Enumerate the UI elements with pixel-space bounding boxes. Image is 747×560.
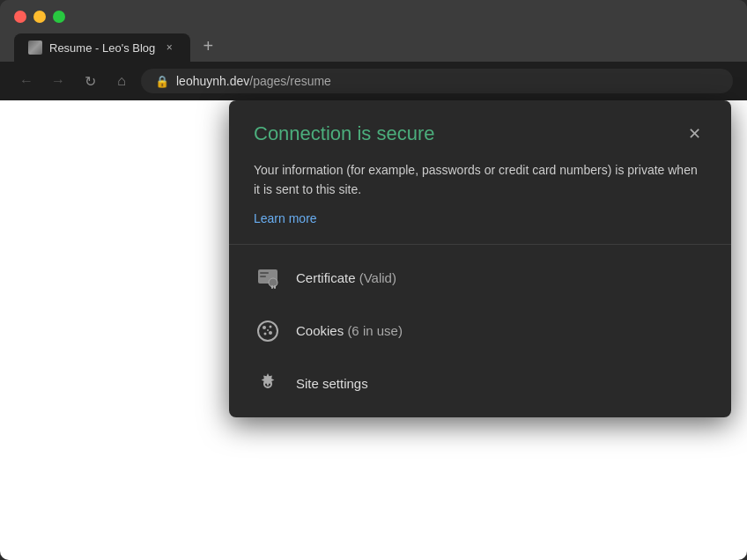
svg-rect-4 <box>271 285 273 289</box>
svg-rect-5 <box>274 285 276 289</box>
tab-close-button[interactable]: × <box>162 41 176 55</box>
url-text: leohuynh.dev/pages/resume <box>176 74 331 88</box>
back-icon: ← <box>19 73 33 89</box>
home-icon: ⌂ <box>117 73 126 89</box>
url-domain: leohuynh.dev <box>176 74 249 88</box>
site-settings-icon <box>254 370 282 398</box>
reload-button[interactable]: ↻ <box>78 69 102 93</box>
traffic-lights <box>14 11 733 23</box>
learn-more-link[interactable]: Learn more <box>254 211 317 225</box>
new-tab-button[interactable]: + <box>194 32 222 60</box>
reload-icon: ↻ <box>85 73 96 90</box>
title-bar: Resume - Leo's Blog × + <box>0 0 747 62</box>
address-bar[interactable]: 🔒 leohuynh.dev/pages/resume <box>141 69 733 93</box>
back-button[interactable]: ← <box>14 69 39 93</box>
svg-point-8 <box>270 325 272 328</box>
certificate-sub: (Valid) <box>359 270 396 285</box>
popup-items: Certificate (Valid) <box>229 245 731 417</box>
svg-rect-2 <box>260 276 266 277</box>
certificate-item[interactable]: Certificate (Valid) <box>229 252 731 305</box>
tab-bar: Resume - Leo's Blog × + <box>14 32 733 62</box>
url-path: /pages/resume <box>249 74 331 88</box>
page-area: Connection is secure ✕ Your information … <box>0 100 747 560</box>
connection-title: Connection is secure <box>254 122 434 145</box>
popup-top: Connection is secure ✕ Your information … <box>229 100 731 244</box>
popup-close-button[interactable]: ✕ <box>682 122 706 146</box>
certificate-icon <box>254 264 282 292</box>
forward-icon: → <box>51 73 65 89</box>
svg-point-9 <box>264 332 267 335</box>
tab-title: Resume - Leo's Blog <box>49 41 155 55</box>
lock-icon: 🔒 <box>155 75 169 88</box>
cookies-sub: (6 in use) <box>347 323 403 338</box>
tab-favicon <box>28 41 42 55</box>
cookies-icon <box>254 317 282 345</box>
forward-button[interactable]: → <box>46 69 70 93</box>
maximize-button[interactable] <box>53 11 65 23</box>
svg-point-11 <box>267 329 269 331</box>
certificate-label: Certificate (Valid) <box>296 270 396 285</box>
popup-description: Your information (for example, passwords… <box>254 160 706 200</box>
toolbar: ← → ↻ ⌂ 🔒 leohuynh.dev/pages/resume <box>0 62 747 100</box>
browser-window: Resume - Leo's Blog × + ← → ↻ ⌂ 🔒 leohuy… <box>0 0 747 560</box>
svg-point-10 <box>269 331 272 335</box>
svg-point-3 <box>269 278 277 287</box>
cookies-item[interactable]: Cookies (6 in use) <box>229 305 731 357</box>
minimize-button[interactable] <box>33 11 46 23</box>
security-popup: Connection is secure ✕ Your information … <box>229 100 731 417</box>
svg-rect-1 <box>260 272 269 274</box>
site-settings-label: Site settings <box>296 376 368 391</box>
close-button[interactable] <box>14 11 26 23</box>
active-tab[interactable]: Resume - Leo's Blog × <box>14 33 190 62</box>
svg-point-7 <box>263 326 266 329</box>
site-settings-item[interactable]: Site settings <box>229 357 731 410</box>
popup-header: Connection is secure ✕ <box>254 122 706 146</box>
cookies-label: Cookies (6 in use) <box>296 323 403 338</box>
home-button[interactable]: ⌂ <box>109 69 134 93</box>
